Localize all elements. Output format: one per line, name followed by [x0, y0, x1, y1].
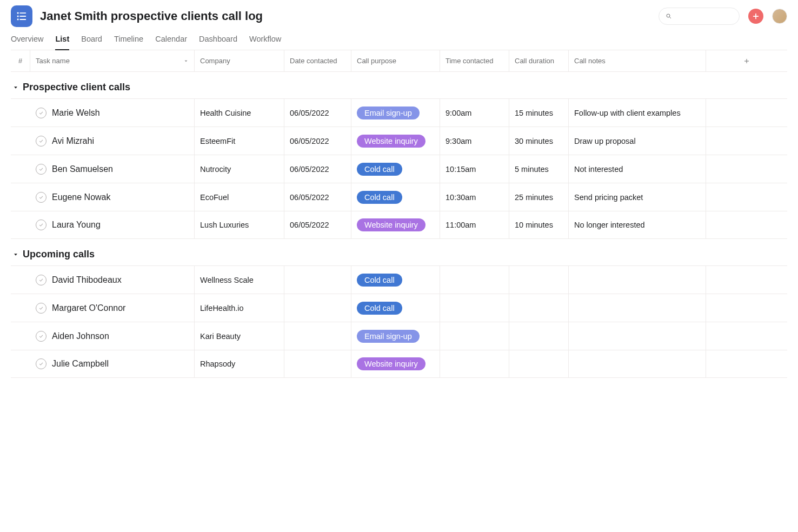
task-name-cell[interactable]: Ben Samuelsen — [30, 155, 195, 183]
duration-cell[interactable]: 30 minutes — [509, 127, 569, 155]
company-cell[interactable]: Rhapsody — [195, 350, 284, 377]
search-input[interactable] — [675, 12, 733, 21]
task-name-cell[interactable]: Margaret O'Connor — [30, 294, 195, 322]
purpose-cell[interactable]: Cold call — [351, 183, 440, 211]
date-cell[interactable] — [284, 350, 351, 377]
column-company[interactable]: Company — [195, 50, 284, 71]
duration-cell[interactable]: 5 minutes — [509, 155, 569, 183]
company-cell[interactable]: Wellness Scale — [195, 266, 284, 294]
purpose-cell[interactable]: Cold call — [351, 266, 440, 294]
complete-toggle[interactable] — [36, 136, 46, 147]
purpose-cell[interactable]: Cold call — [351, 294, 440, 322]
company-cell[interactable]: Kari Beauty — [195, 322, 284, 350]
time-cell[interactable] — [440, 294, 509, 322]
company-cell[interactable]: EsteemFit — [195, 127, 284, 155]
duration-cell[interactable] — [509, 294, 569, 322]
company-cell[interactable]: EcoFuel — [195, 183, 284, 211]
duration-cell[interactable] — [509, 350, 569, 377]
purpose-cell[interactable]: Email sign-up — [351, 322, 440, 350]
purpose-cell[interactable]: Cold call — [351, 155, 440, 183]
table-row[interactable]: Aiden JohnsonKari BeautyEmail sign-up — [11, 322, 787, 350]
complete-toggle[interactable] — [36, 275, 46, 285]
company-cell[interactable]: Nutrocity — [195, 155, 284, 183]
column-call-purpose[interactable]: Call purpose — [351, 50, 440, 71]
time-cell[interactable] — [440, 350, 509, 377]
date-cell[interactable] — [284, 266, 351, 294]
complete-toggle[interactable] — [36, 192, 46, 203]
date-cell[interactable]: 06/05/2022 — [284, 183, 351, 211]
table-row[interactable]: Marie WelshHealth Cuisine06/05/2022Email… — [11, 98, 787, 127]
notes-cell[interactable] — [569, 350, 706, 377]
time-cell[interactable] — [440, 322, 509, 350]
chevron-down-icon[interactable] — [183, 58, 189, 64]
date-cell[interactable] — [284, 322, 351, 350]
column-call-notes[interactable]: Call notes — [569, 50, 706, 71]
time-cell[interactable]: 9:00am — [440, 99, 509, 127]
task-name-cell[interactable]: Avi Mizrahi — [30, 127, 195, 155]
date-cell[interactable]: 06/05/2022 — [284, 99, 351, 127]
time-cell[interactable]: 9:30am — [440, 127, 509, 155]
complete-toggle[interactable] — [36, 331, 46, 342]
notes-cell[interactable]: Follow-up with client examples — [569, 99, 706, 127]
task-name-cell[interactable]: Aiden Johnson — [30, 322, 195, 350]
section-header[interactable]: Prospective client calls — [11, 72, 787, 98]
task-name-cell[interactable]: David Thibodeaux — [30, 266, 195, 294]
purpose-cell[interactable]: Website inquiry — [351, 350, 440, 377]
task-name-cell[interactable]: Eugene Nowak — [30, 183, 195, 211]
table-row[interactable]: Laura YoungLush Luxuries06/05/2022Websit… — [11, 211, 787, 239]
section-header[interactable]: Upcoming calls — [11, 239, 787, 265]
tab-workflow[interactable]: Workflow — [249, 31, 281, 50]
time-cell[interactable]: 10:15am — [440, 155, 509, 183]
tab-list[interactable]: List — [55, 31, 69, 50]
add-column-button[interactable] — [706, 50, 787, 71]
tab-board[interactable]: Board — [81, 31, 102, 50]
duration-cell[interactable]: 15 minutes — [509, 99, 569, 127]
notes-cell[interactable] — [569, 294, 706, 322]
caret-down-icon[interactable] — [13, 85, 18, 90]
notes-cell[interactable]: Not interested — [569, 155, 706, 183]
complete-toggle[interactable] — [36, 303, 46, 314]
tab-overview[interactable]: Overview — [11, 31, 43, 50]
complete-toggle[interactable] — [36, 108, 46, 118]
time-cell[interactable]: 10:30am — [440, 183, 509, 211]
task-name-cell[interactable]: Laura Young — [30, 211, 195, 238]
tab-timeline[interactable]: Timeline — [114, 31, 143, 50]
purpose-cell[interactable]: Website inquiry — [351, 127, 440, 155]
tab-calendar[interactable]: Calendar — [155, 31, 187, 50]
time-cell[interactable]: 11:00am — [440, 211, 509, 238]
user-avatar[interactable] — [772, 9, 787, 24]
purpose-cell[interactable]: Website inquiry — [351, 211, 440, 238]
date-cell[interactable]: 06/05/2022 — [284, 127, 351, 155]
notes-cell[interactable]: Send pricing packet — [569, 183, 706, 211]
table-row[interactable]: Margaret O'ConnorLifeHealth.ioCold call — [11, 294, 787, 322]
time-cell[interactable] — [440, 266, 509, 294]
duration-cell[interactable] — [509, 322, 569, 350]
column-task-name[interactable]: Task name — [30, 50, 195, 71]
date-cell[interactable]: 06/05/2022 — [284, 211, 351, 238]
date-cell[interactable]: 06/05/2022 — [284, 155, 351, 183]
notes-cell[interactable] — [569, 322, 706, 350]
column-call-duration[interactable]: Call duration — [509, 50, 569, 71]
company-cell[interactable]: LifeHealth.io — [195, 294, 284, 322]
table-row[interactable]: Eugene NowakEcoFuel06/05/2022Cold call10… — [11, 183, 787, 211]
duration-cell[interactable]: 10 minutes — [509, 211, 569, 238]
duration-cell[interactable] — [509, 266, 569, 294]
table-row[interactable]: David ThibodeauxWellness ScaleCold call — [11, 265, 787, 294]
page-title[interactable]: Janet Smith prospective clients call log — [40, 9, 651, 23]
complete-toggle[interactable] — [36, 220, 46, 230]
table-row[interactable]: Ben SamuelsenNutrocity06/05/2022Cold cal… — [11, 155, 787, 183]
duration-cell[interactable]: 25 minutes — [509, 183, 569, 211]
column-date-contacted[interactable]: Date contacted — [284, 50, 351, 71]
add-button[interactable] — [748, 9, 763, 24]
company-cell[interactable]: Health Cuisine — [195, 99, 284, 127]
notes-cell[interactable]: No longer interested — [569, 211, 706, 238]
purpose-cell[interactable]: Email sign-up — [351, 99, 440, 127]
column-time-contacted[interactable]: Time contacted — [440, 50, 509, 71]
task-name-cell[interactable]: Marie Welsh — [30, 99, 195, 127]
task-name-cell[interactable]: Julie Campbell — [30, 350, 195, 377]
complete-toggle[interactable] — [36, 164, 46, 175]
table-row[interactable]: Julie CampbellRhapsodyWebsite inquiry — [11, 350, 787, 378]
date-cell[interactable] — [284, 294, 351, 322]
notes-cell[interactable] — [569, 266, 706, 294]
company-cell[interactable]: Lush Luxuries — [195, 211, 284, 238]
